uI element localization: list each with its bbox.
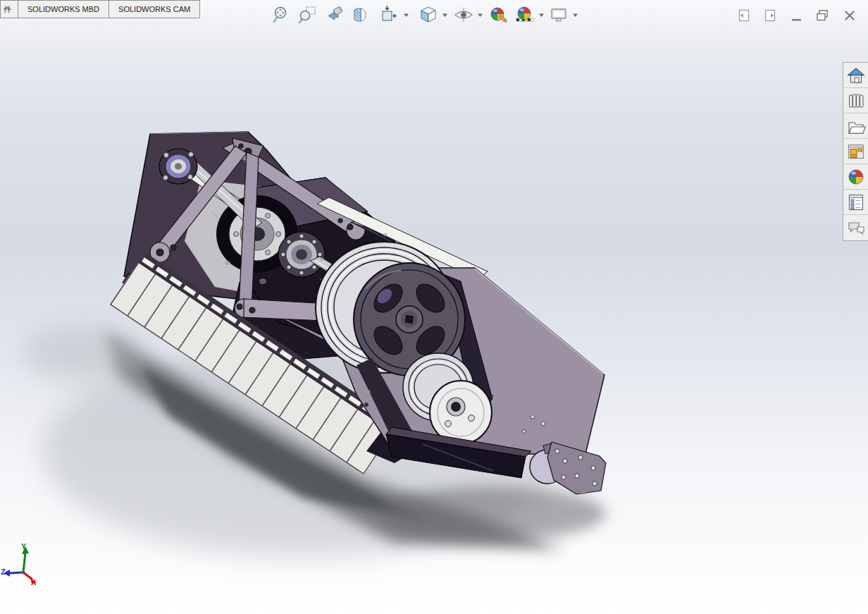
minimize-button[interactable] bbox=[789, 7, 805, 24]
zoom-to-fit-button[interactable] bbox=[271, 4, 292, 26]
solidworks-forum-button[interactable] bbox=[843, 215, 868, 240]
properties-form-icon bbox=[846, 192, 866, 212]
books-icon bbox=[846, 91, 866, 111]
zoom-to-area-button[interactable] bbox=[297, 4, 318, 26]
triad-y-label: Y bbox=[21, 542, 26, 551]
triad-x-label: X bbox=[31, 578, 36, 587]
home-icon bbox=[846, 66, 866, 85]
display-style-dropdown[interactable] bbox=[441, 4, 449, 26]
view-settings-button[interactable] bbox=[548, 4, 569, 26]
model-render bbox=[0, 0, 868, 614]
palette-icon bbox=[846, 142, 866, 161]
display-style-button[interactable] bbox=[418, 4, 439, 26]
task-pane bbox=[843, 62, 868, 241]
restore-button[interactable] bbox=[814, 7, 830, 24]
folder-icon bbox=[846, 116, 866, 136]
custom-properties-button[interactable] bbox=[843, 190, 868, 215]
close-button[interactable] bbox=[842, 7, 857, 24]
appearances-scenes-button[interactable] bbox=[843, 164, 868, 190]
apply-scene-dropdown[interactable] bbox=[538, 4, 545, 26]
tab-solidworks-cam[interactable]: SOLIDWORKS CAM bbox=[108, 0, 200, 18]
tab-addins-partial[interactable]: 件 bbox=[0, 0, 18, 18]
triad-z-label: Z bbox=[1, 567, 6, 576]
hide-show-items-dropdown[interactable] bbox=[476, 4, 484, 26]
model-flange-bearing-left bbox=[159, 149, 197, 184]
model-flange-bearing-right bbox=[278, 232, 325, 277]
apply-scene-button[interactable] bbox=[514, 4, 535, 26]
file-explorer-button[interactable] bbox=[843, 113, 868, 139]
command-manager-tabs: 件 SOLIDWORKS MBD SOLIDWORKS CAM bbox=[0, 0, 199, 18]
view-orientation-button[interactable] bbox=[378, 4, 399, 26]
render-sphere-icon bbox=[846, 167, 866, 187]
previous-view-button[interactable] bbox=[324, 4, 345, 26]
hide-show-items-button[interactable] bbox=[453, 4, 474, 26]
design-library-button[interactable] bbox=[843, 88, 868, 113]
collapse-task-pane-right-button[interactable] bbox=[762, 7, 778, 24]
collapse-task-pane-left-button[interactable] bbox=[736, 7, 752, 24]
section-view-button[interactable] bbox=[350, 4, 371, 26]
view-orientation-dropdown[interactable] bbox=[402, 4, 410, 26]
graphics-viewport[interactable]: Y Z X bbox=[0, 0, 868, 614]
tab-solidworks-mbd[interactable]: SOLIDWORKS MBD bbox=[18, 0, 109, 18]
solidworks-resources-button[interactable] bbox=[843, 63, 868, 88]
edit-appearance-button[interactable] bbox=[488, 4, 509, 26]
solidworks-window: { "command_tabs": { "items": [ { "label"… bbox=[0, 0, 868, 614]
view-palette-button[interactable] bbox=[843, 139, 868, 164]
chat-bubbles-icon bbox=[846, 218, 866, 238]
view-settings-dropdown[interactable] bbox=[571, 4, 579, 26]
